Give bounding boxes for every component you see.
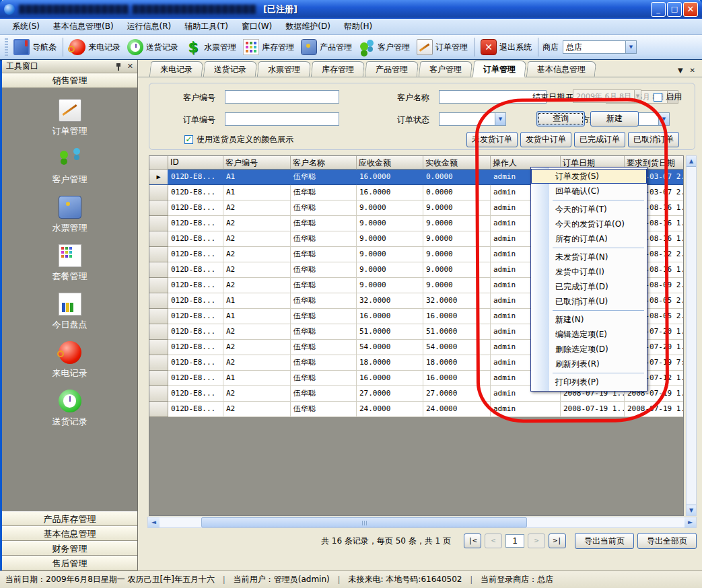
menu-item-0[interactable]: 系统(S)	[5, 19, 46, 34]
end-date-picker[interactable]: 2009年 6月 8日 ▼	[573, 89, 641, 103]
grid-column-header-0[interactable]: ID	[168, 156, 223, 170]
sidebar-item-bell[interactable]: 来电记录	[2, 341, 137, 379]
row-selector-cell[interactable]	[149, 216, 168, 231]
last-page-button[interactable]: >|	[549, 534, 566, 548]
horizontal-scrollbar[interactable]: ◄ ►	[147, 517, 697, 528]
grid-column-header-2[interactable]: 客户名称	[291, 156, 357, 170]
sidebar-group-2[interactable]: 财务管理	[2, 541, 137, 556]
row-selector-cell[interactable]	[149, 371, 168, 386]
table-row[interactable]: 012D-E8...A2伍华聪24.000024.0000admin2008-0…	[149, 402, 683, 417]
enable-checkbox[interactable]: 启用	[654, 91, 682, 103]
context-menu-item-7[interactable]: 未发货订单(N)	[531, 250, 647, 264]
row-selector-cell[interactable]	[149, 278, 168, 293]
tab-4[interactable]: 产品管理	[365, 61, 419, 77]
tab-2[interactable]: 水票管理	[257, 61, 311, 77]
prev-page-button[interactable]: <	[485, 534, 502, 548]
sidebar-item-people[interactable]: 客户管理	[2, 147, 137, 186]
menu-item-2[interactable]: 运行信息(R)	[120, 19, 178, 34]
sidebar-item-penorder[interactable]: 订单管理	[2, 99, 137, 137]
row-selector-cell[interactable]	[149, 231, 168, 247]
status-filter-button-2[interactable]: 已完成订单	[574, 132, 625, 147]
context-menu-item-17[interactable]: 打印列表(P)	[531, 375, 647, 390]
scroll-right-icon[interactable]: ►	[685, 517, 696, 527]
row-selector-cell[interactable]	[149, 402, 168, 417]
export-all-pages-button[interactable]: 导出全部页	[637, 533, 697, 549]
row-selector-cell[interactable]	[149, 355, 168, 371]
color-display-checkbox[interactable]: ✓ 使用送货员定义的颜色展示	[184, 134, 293, 145]
tool-window-close-icon[interactable]: ✕	[127, 62, 133, 71]
minimize-button[interactable]: _	[651, 2, 666, 17]
tab-1[interactable]: 送货记录	[203, 61, 257, 77]
vertical-scrollbar[interactable]: ▲ ▼	[686, 155, 697, 516]
query-button[interactable]: 查询	[536, 111, 585, 126]
order-status-select[interactable]: ▼	[439, 112, 506, 126]
context-menu-item-13[interactable]: 编辑选定项(E)	[531, 327, 647, 342]
tab-3[interactable]: 库存管理	[311, 61, 365, 77]
scroll-up-icon[interactable]: ▲	[687, 156, 696, 167]
context-menu-item-3[interactable]: 今天的订单(T)	[531, 202, 647, 217]
row-selector-cell[interactable]	[149, 324, 168, 340]
pin-icon[interactable]	[115, 63, 122, 71]
menu-item-6[interactable]: 帮助(H)	[337, 19, 379, 34]
status-filter-button-3[interactable]: 已取消订单	[628, 132, 679, 147]
sidebar-item-chart[interactable]: 今日盘点	[2, 293, 137, 331]
context-menu-item-1[interactable]: 回单确认(C)	[531, 184, 647, 198]
row-selector-cell[interactable]	[149, 185, 168, 200]
toolbar-button-dollar[interactable]: $水票管理	[182, 38, 240, 57]
tab-6[interactable]: 订单管理	[472, 61, 527, 77]
menu-item-3[interactable]: 辅助工具(T)	[178, 19, 235, 34]
context-menu-item-9[interactable]: 已完成订单(D)	[531, 279, 647, 294]
customer-name-input[interactable]	[439, 90, 547, 104]
tab-7[interactable]: 基本信息管理	[526, 61, 596, 77]
menu-item-1[interactable]: 基本信息管理(B)	[46, 19, 120, 34]
sidebar-group-0[interactable]: 产品库存管理	[2, 511, 137, 526]
customer-no-input[interactable]	[225, 90, 339, 104]
row-selector-cell[interactable]	[149, 340, 168, 355]
toolbar-button-navbook[interactable]: 导航条	[10, 38, 60, 57]
sidebar-group-1[interactable]: 基本信息管理	[2, 526, 137, 541]
menu-item-4[interactable]: 窗口(W)	[235, 19, 279, 34]
tab-dropdown-icon[interactable]: ▼	[678, 67, 683, 74]
toolbar-button-people[interactable]: 客户管理	[355, 38, 413, 57]
scroll-left-icon[interactable]: ◄	[148, 517, 160, 527]
sidebar-item-grid[interactable]: 套餐管理	[2, 244, 137, 283]
context-menu-item-12[interactable]: 新建(N)	[531, 312, 647, 327]
grid-column-header-3[interactable]: 应收金额	[357, 156, 423, 170]
context-menu-item-0[interactable]: 订单发货(S)	[531, 169, 647, 184]
toolbar-button-card[interactable]: 产品管理	[297, 38, 355, 57]
shop-select[interactable]: 总店▼	[563, 40, 637, 54]
tab-5[interactable]: 客户管理	[419, 61, 472, 77]
row-selector-cell[interactable]: ▶	[149, 170, 168, 185]
context-menu-item-8[interactable]: 发货中订单(I)	[531, 264, 647, 279]
close-button[interactable]: ✕	[683, 2, 698, 17]
context-menu-item-14[interactable]: 删除选定项(D)	[531, 342, 647, 357]
next-page-button[interactable]: >	[528, 534, 545, 548]
export-current-page-button[interactable]: 导出当前页	[575, 533, 634, 549]
order-no-input[interactable]	[225, 112, 339, 126]
first-page-button[interactable]: |<	[464, 534, 481, 548]
context-menu-item-10[interactable]: 已取消订单(U)	[531, 294, 647, 309]
toolbar-button-penorder[interactable]: 订单管理	[413, 38, 471, 57]
grid-column-header-4[interactable]: 实收金额	[423, 156, 491, 170]
context-menu-item-5[interactable]: 所有的订单(A)	[531, 231, 647, 246]
row-selector-cell[interactable]	[149, 262, 168, 278]
scrollbar-thumb[interactable]	[201, 517, 527, 527]
toolbar-button-clock[interactable]: 送货记录	[124, 38, 182, 57]
tab-0[interactable]: 来电记录	[149, 61, 203, 77]
sidebar-item-clock[interactable]: 送货记录	[2, 390, 137, 428]
menu-item-5[interactable]: 数据维护(D)	[279, 19, 337, 34]
maximize-button[interactable]: □	[667, 2, 682, 17]
new-button[interactable]: 新建	[590, 111, 639, 126]
grid-column-header-1[interactable]: 客户编号	[223, 156, 291, 170]
sidebar-group-sales[interactable]: 销售管理	[2, 73, 137, 88]
context-menu-item-15[interactable]: 刷新列表(R)	[531, 357, 647, 371]
row-selector-cell[interactable]	[149, 293, 168, 309]
row-selector-cell[interactable]	[149, 247, 168, 262]
row-selector-cell[interactable]	[149, 200, 168, 216]
page-number-input[interactable]	[505, 534, 524, 548]
toolbar-button-bell[interactable]: 来电记录	[66, 38, 124, 57]
toolbar-button-grid[interactable]: 库存管理	[240, 38, 297, 57]
row-selector-cell[interactable]	[149, 309, 168, 324]
toolbar-button-exit[interactable]: ✕退出系统	[477, 38, 535, 57]
tab-close-icon[interactable]: ✕	[690, 67, 695, 74]
